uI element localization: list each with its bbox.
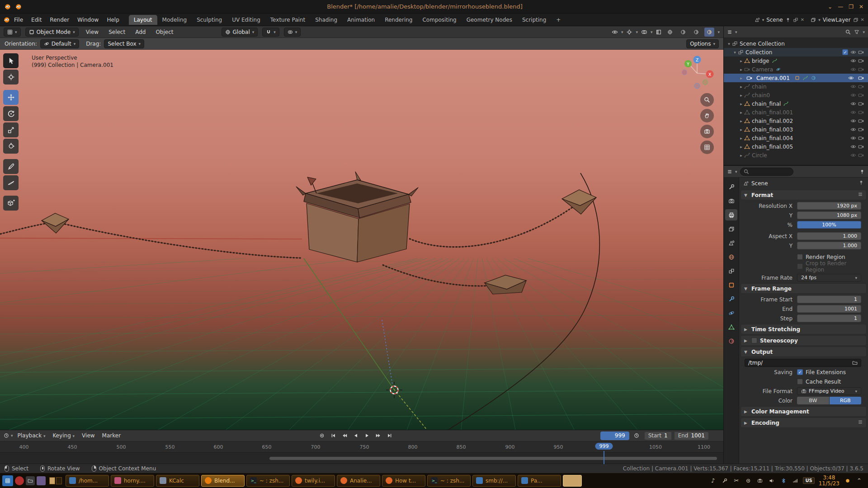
unlink-scene-icon[interactable]: ✕ — [801, 17, 804, 22]
gizmos-icon[interactable] — [626, 29, 632, 35]
folder-browse-icon[interactable] — [852, 360, 858, 366]
drag-dropdown[interactable]: Select Box ▾ — [104, 39, 144, 48]
app-shortcut-icon[interactable] — [15, 476, 24, 485]
disable-in-renders-icon[interactable] — [858, 152, 864, 158]
jump-to-start-icon[interactable] — [328, 431, 338, 440]
close-button[interactable]: ✕ — [859, 4, 863, 10]
rotate-tool[interactable] — [3, 106, 19, 121]
viewport-canvas[interactable]: User Perspective (999) Collection | Came… — [0, 50, 723, 430]
tab-uv-editing[interactable]: UV Editing — [227, 15, 265, 25]
frame-range-panel-header[interactable]: ▼Frame Range — [741, 283, 867, 294]
network-icon[interactable] — [791, 477, 799, 484]
frame-start-field[interactable]: 1 — [797, 296, 861, 303]
menu-marker[interactable]: Marker — [99, 432, 123, 440]
tab-physics[interactable] — [725, 307, 737, 319]
frame-end-field[interactable]: 1001 — [797, 305, 861, 313]
disable-in-renders-icon[interactable] — [858, 109, 864, 115]
shading-solid-button[interactable] — [678, 28, 688, 37]
shading-rendered-button[interactable] — [704, 28, 714, 37]
hide-in-viewport-icon[interactable] — [850, 49, 856, 55]
tab-world[interactable] — [725, 251, 737, 263]
color-rgb-button[interactable]: RGB — [830, 397, 862, 404]
tab-shading[interactable]: Shading — [310, 15, 342, 25]
app-launcher-icon[interactable] — [2, 475, 13, 486]
viewport-3d-scene[interactable] — [0, 50, 723, 430]
taskbar-button-blender[interactable]: Blend... — [201, 475, 245, 487]
tab-texture-paint[interactable]: Texture Paint — [265, 15, 310, 25]
transform-tool[interactable] — [3, 139, 19, 154]
editor-type-button[interactable]: ▾ — [4, 28, 21, 37]
negative-x-ball[interactable] — [682, 70, 687, 75]
outliner-item-chain[interactable]: ▸ chain — [724, 82, 868, 91]
disclosure-icon[interactable]: ▾ — [726, 42, 732, 46]
encoding-panel-header[interactable]: ▶Encoding — [741, 418, 867, 428]
hide-in-viewport-icon[interactable] — [850, 101, 856, 107]
outliner-item-chain-final-004[interactable]: ▸ chain_final.004 — [724, 134, 868, 142]
hide-in-viewport-icon[interactable] — [850, 92, 856, 98]
clock[interactable]: 3:48 11/5/23 — [819, 475, 840, 487]
hide-in-viewport-icon[interactable] — [850, 118, 856, 124]
screen-record-icon[interactable] — [744, 477, 752, 484]
disable-in-renders-icon[interactable] — [858, 84, 864, 89]
previous-keyframe-icon[interactable] — [339, 431, 349, 440]
outliner-editor-icon[interactable] — [727, 29, 732, 35]
format-panel-header[interactable]: ▼Format — [741, 190, 867, 200]
disclosure-icon[interactable]: ▾ — [732, 50, 738, 55]
remove-viewlayer-icon[interactable]: ✕ — [861, 17, 864, 22]
frame-step-field[interactable]: 1 — [797, 314, 861, 322]
tab-material[interactable] — [725, 335, 737, 347]
outliner-scene-collection[interactable]: ▾ Scene Collection — [724, 39, 868, 48]
timeline-track-area[interactable] — [0, 453, 723, 464]
proportional-editing-dropdown[interactable]: ▾ — [284, 28, 301, 37]
outliner-item-bridge[interactable]: ▸ bridge — [724, 56, 868, 65]
annotate-tool[interactable] — [3, 159, 19, 174]
menu-select[interactable]: Select — [106, 28, 128, 36]
menu-window[interactable]: Window — [73, 15, 103, 24]
outliner-item-chain-final[interactable]: ▸ chain_final — [724, 99, 868, 108]
outliner-item-camera[interactable]: ▸ Camera — [724, 65, 868, 74]
transform-orientation-dropdown[interactable]: Global ▾ — [222, 28, 258, 37]
virtual-desktop-pager[interactable] — [47, 477, 64, 484]
outliner-item-camera-001[interactable]: ▸ Camera.001 — [724, 74, 868, 82]
presets-menu-icon[interactable] — [858, 419, 863, 425]
tab-rendering[interactable]: Rendering — [380, 15, 417, 25]
keyboard-layout-badge[interactable]: US — [803, 477, 814, 484]
outliner-item-chain-final-005[interactable]: ▸ chain_final.005 — [724, 142, 868, 151]
app-shortcut-icon[interactable] — [37, 476, 46, 485]
blender-logo-icon[interactable] — [4, 17, 10, 23]
snapping-dropdown[interactable]: ▾ — [262, 28, 279, 37]
disable-in-renders-icon[interactable] — [858, 101, 864, 107]
clipboard-scissors-icon[interactable]: ✂ — [732, 477, 740, 484]
disable-in-renders-icon[interactable] — [858, 49, 864, 55]
scale-tool[interactable] — [3, 122, 19, 137]
new-scene-icon[interactable] — [793, 17, 798, 23]
disable-in-renders-icon[interactable] — [858, 58, 864, 64]
negative-y-ball[interactable] — [703, 80, 708, 85]
menu-view[interactable]: View — [83, 28, 101, 36]
tab-object[interactable] — [725, 279, 737, 291]
resolution-y-field[interactable]: 1080 px — [797, 211, 861, 219]
volume-icon[interactable] — [768, 477, 775, 484]
play-reverse-icon[interactable] — [350, 431, 361, 440]
tab-output[interactable] — [725, 209, 737, 221]
outliner-item-chain-final-003[interactable]: ▸ chain_final.003 — [724, 125, 868, 134]
stereoscopy-panel-header[interactable]: ▶ Stereoscopy — [741, 335, 867, 346]
outliner-item-chain-final-002[interactable]: ▸ chain_final.002 — [724, 117, 868, 125]
tab-render[interactable] — [725, 195, 737, 206]
taskbar-button-smb[interactable]: smb://... — [472, 475, 516, 487]
keying-set-clock-icon[interactable] — [632, 431, 642, 440]
tab-collection[interactable] — [725, 265, 737, 277]
output-path-field[interactable]: /tmp/ — [745, 359, 861, 367]
xray-toggle-icon[interactable] — [656, 29, 662, 35]
mode-dropdown[interactable]: Object Mode ▾ — [25, 28, 79, 37]
playhead-line[interactable] — [604, 451, 604, 464]
taskbar-button-terminal-2[interactable]: >_ ~ : zsh... — [427, 475, 471, 487]
frame-rate-dropdown[interactable]: 24 fps▾ — [797, 274, 861, 282]
aspect-y-field[interactable]: 1.000 — [797, 242, 861, 249]
cursor-tool[interactable] — [3, 70, 19, 84]
app-shortcut-icon[interactable] — [26, 476, 35, 485]
display-icon[interactable] — [756, 477, 764, 484]
hide-in-viewport-icon[interactable] — [850, 135, 856, 141]
outliner-collection[interactable]: ▾ Collection ✓ — [724, 48, 868, 56]
tab-modeling[interactable]: Modeling — [157, 15, 192, 25]
